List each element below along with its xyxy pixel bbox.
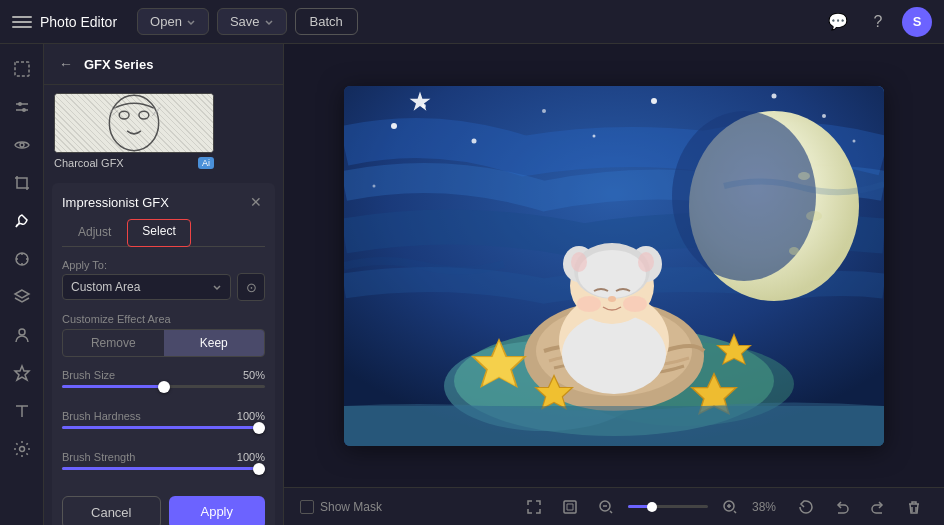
layers-icon[interactable] [5,280,39,314]
apply-to-icon-button[interactable]: ⊙ [237,273,265,301]
paint-icon[interactable] [5,242,39,276]
app-title: Photo Editor [40,14,117,30]
svg-point-32 [593,134,596,137]
svg-point-11 [109,95,158,150]
batch-button[interactable]: Batch [295,8,358,35]
effects-icon[interactable] [5,356,39,390]
svg-point-55 [578,250,646,298]
svg-point-12 [119,111,129,119]
svg-line-16 [154,107,161,113]
side-panel: ← GFX Series [44,44,284,525]
apply-button[interactable]: Apply [169,496,266,525]
select-tool-icon[interactable] [5,52,39,86]
effect-panel-header: Impressionist GFX ✕ [62,193,265,211]
delete-icon[interactable] [900,493,928,521]
svg-line-15 [111,110,118,116]
action-buttons: Cancel Apply [62,496,265,525]
help-icon[interactable]: ? [862,6,894,38]
zoom-in-icon[interactable] [716,493,744,521]
zoom-out-icon[interactable] [592,493,620,521]
svg-line-14 [109,107,116,113]
crop-view-icon[interactable] [556,493,584,521]
topbar: Photo Editor Open Save Batch 💬 ? S [0,0,944,44]
history-icon[interactable] [792,493,820,521]
svg-point-43 [789,247,799,255]
icon-bar [0,44,44,525]
bottom-bar: Show Mask [284,487,944,525]
svg-point-28 [391,123,397,129]
svg-point-36 [373,184,376,187]
zoom-level: 38% [752,500,784,514]
main-image [344,86,884,446]
thumbnail-label: Charcoal GFX Ai [54,157,214,169]
svg-line-17 [152,110,159,116]
brush-icon[interactable] [5,204,39,238]
svg-point-41 [798,172,810,180]
svg-rect-0 [15,62,29,76]
fit-screen-icon[interactable] [520,493,548,521]
crop-icon[interactable] [5,166,39,200]
thumbnail-card[interactable]: Charcoal GFX Ai [54,93,214,169]
tabs: Adjust Select [62,219,265,247]
brush-size-slider[interactable] [62,385,265,388]
brush-hardness-slider[interactable] [62,426,265,429]
brush-size-row: Brush Size 50% [62,369,265,381]
svg-point-37 [772,93,777,98]
checkbox-icon[interactable] [300,500,314,514]
undo-icon[interactable] [828,493,856,521]
settings-icon[interactable] [5,432,39,466]
people-icon[interactable] [5,318,39,352]
open-button[interactable]: Open [137,8,209,35]
svg-point-58 [608,296,616,302]
brush-strength-row: Brush Strength 100% [62,451,265,463]
svg-point-42 [806,211,822,221]
apply-to-dropdown[interactable]: Custom Area [62,274,231,300]
brush-strength-section: Brush Strength 100% [62,451,265,480]
svg-point-7 [19,329,25,335]
back-button[interactable]: ← [56,54,76,74]
svg-point-9 [19,447,24,452]
ai-badge: Ai [198,157,214,169]
effect-toggle: Remove Keep [62,329,265,357]
tab-adjust[interactable]: Adjust [62,219,127,247]
keep-button[interactable]: Keep [164,330,265,356]
svg-point-56 [571,252,587,272]
svg-point-13 [139,111,149,119]
brush-strength-slider[interactable] [62,467,265,470]
svg-rect-10 [55,93,213,152]
svg-point-59 [577,296,601,312]
tab-select[interactable]: Select [127,219,190,247]
apply-to-row: Custom Area ⊙ [62,273,265,301]
canvas-content [284,44,944,487]
redo-icon[interactable] [864,493,892,521]
close-button[interactable]: ✕ [247,193,265,211]
zoom-slider[interactable] [628,505,708,508]
user-avatar[interactable]: S [902,7,932,37]
customize-label: Customize Effect Area [62,313,265,325]
svg-point-35 [853,139,856,142]
brush-size-section: Brush Size 50% [62,369,265,398]
svg-point-34 [822,114,826,118]
customize-section: Customize Effect Area Remove Keep [62,309,265,357]
eye-icon[interactable] [5,128,39,162]
cancel-button[interactable]: Cancel [62,496,161,525]
remove-button[interactable]: Remove [63,330,164,356]
svg-marker-8 [15,366,29,380]
apply-to-label: Apply To: [62,259,265,271]
svg-rect-72 [564,501,576,513]
show-mask-checkbox[interactable]: Show Mask [300,500,382,514]
svg-point-3 [18,102,22,106]
adjustments-icon[interactable] [5,90,39,124]
menu-icon[interactable] [12,12,32,32]
text-icon[interactable] [5,394,39,428]
svg-point-40 [672,111,816,281]
svg-point-4 [22,108,26,112]
apply-to-section: Apply To: Custom Area ⊙ [62,255,265,301]
gfx-header: ← GFX Series [44,44,283,85]
brush-hardness-row: Brush Hardness 100% [62,410,265,422]
save-button[interactable]: Save [217,8,287,35]
effect-panel: Impressionist GFX ✕ Adjust Select Apply … [52,183,275,525]
chat-icon[interactable]: 💬 [822,6,854,38]
effect-panel-title: Impressionist GFX [62,195,169,210]
canvas-area: Show Mask [284,44,944,525]
